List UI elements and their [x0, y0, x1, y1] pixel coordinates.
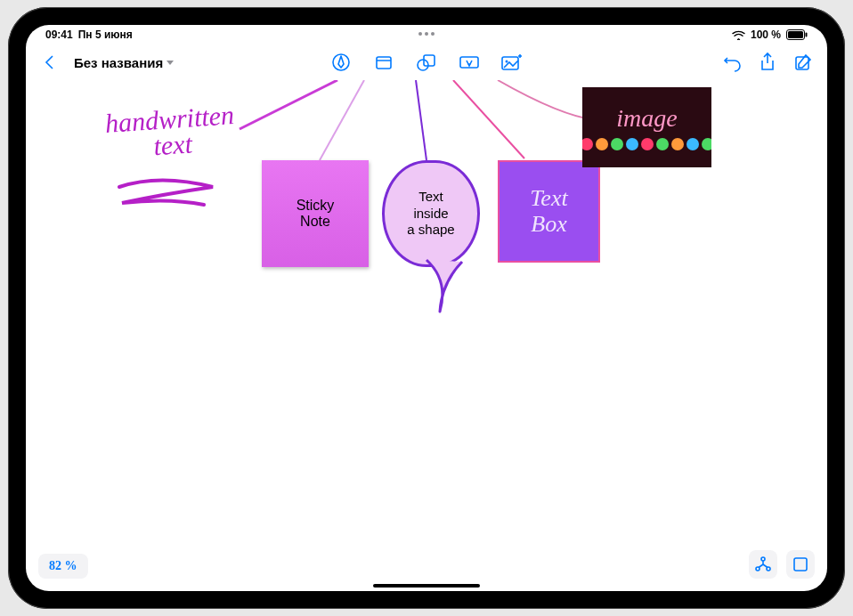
toolbar: Без названия: [26, 45, 827, 80]
svg-point-7: [418, 60, 428, 70]
document-title-text: Без названия: [74, 55, 163, 70]
status-bar: 09:41 Пн 5 июня 100 %: [26, 25, 827, 45]
text-box-text: Text Box: [530, 186, 567, 237]
handwritten-text[interactable]: handwritten text: [104, 102, 237, 162]
zoom-control[interactable]: 82 %: [38, 554, 88, 579]
zoom-value: 82 %: [49, 559, 77, 572]
chevron-down-icon: [167, 61, 174, 65]
svg-point-10: [506, 61, 508, 63]
sticky-note[interactable]: Sticky Note: [262, 160, 369, 267]
compose-button[interactable]: [792, 51, 815, 74]
sticky-note-tool-button[interactable]: [372, 51, 395, 74]
undo-button[interactable]: [720, 51, 743, 74]
freeform-canvas[interactable]: handwritten text Sticky Note Text inside…: [26, 80, 827, 591]
document-title[interactable]: Без названия: [74, 55, 174, 70]
speech-bubble-tail: [422, 258, 467, 320]
svg-point-12: [761, 557, 765, 561]
image-label: image: [616, 104, 677, 133]
ipad-frame: 09:41 Пн 5 июня 100 %: [8, 7, 845, 609]
svg-rect-15: [794, 558, 807, 571]
wifi-icon: [732, 30, 745, 40]
shapes-tool-button[interactable]: [415, 51, 438, 74]
home-indicator[interactable]: [373, 584, 480, 588]
share-button[interactable]: [756, 51, 779, 74]
svg-rect-2: [806, 33, 808, 37]
battery-icon: [786, 29, 808, 40]
speech-bubble-text: Text inside a shape: [407, 189, 454, 239]
svg-rect-1: [788, 31, 803, 38]
image-bokeh-row: [582, 138, 711, 150]
multitask-dots[interactable]: [418, 32, 435, 36]
status-battery-text: 100 %: [751, 28, 781, 41]
collaboration-button[interactable]: [749, 550, 777, 579]
minimap-button[interactable]: [786, 550, 815, 579]
sticky-note-text: Sticky Note: [297, 198, 335, 230]
inserted-image[interactable]: image: [582, 87, 711, 167]
media-tool-button[interactable]: [500, 51, 524, 74]
handwritten-underline: [115, 178, 222, 223]
back-button[interactable]: [38, 51, 61, 74]
screen: 09:41 Пн 5 июня 100 %: [26, 25, 827, 591]
status-time: 09:41: [45, 28, 73, 41]
svg-rect-4: [377, 57, 391, 69]
speech-bubble-shape[interactable]: Text inside a shape: [382, 160, 480, 267]
text-box[interactable]: Text Box: [498, 160, 600, 263]
textbox-tool-button[interactable]: [458, 51, 481, 74]
status-date: Пн 5 июня: [78, 28, 133, 41]
pen-tool-button[interactable]: [329, 51, 353, 74]
